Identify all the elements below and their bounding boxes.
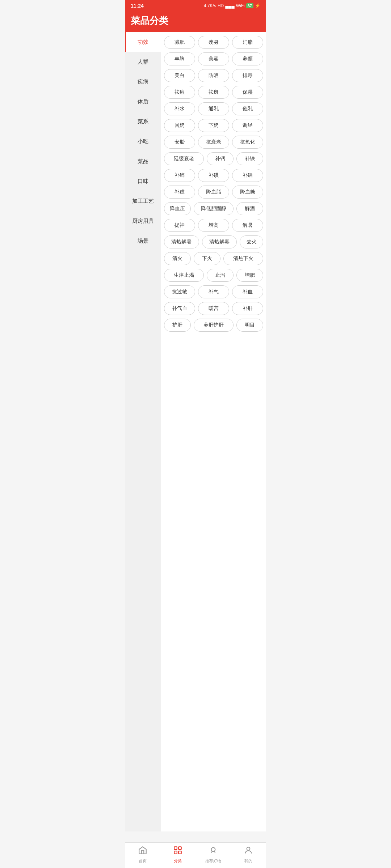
tag-降血糖[interactable]: 降血糖: [232, 186, 263, 199]
nav-item-mine[interactable]: 我的: [231, 846, 266, 864]
home-icon: [138, 846, 147, 857]
tag-补水[interactable]: 补水: [164, 102, 195, 115]
battery-charging-icon: ⚡: [255, 3, 260, 8]
sidebar-item-gonxiao[interactable]: 功效: [125, 32, 161, 52]
battery-badge: 87: [246, 3, 253, 8]
nav-item-recommend[interactable]: 推荐好物: [196, 846, 231, 864]
tags-row-13: 清火下火清热下火: [164, 252, 263, 265]
nav-label-home: 首页: [139, 858, 147, 864]
status-time: 11:24: [131, 3, 144, 9]
tag-催乳[interactable]: 催乳: [232, 102, 263, 115]
sidebar-item-chufang[interactable]: 厨房用具: [125, 211, 161, 231]
tag-美容[interactable]: 美容: [198, 52, 229, 65]
tags-row-3: 祛痘祛斑保湿: [164, 86, 263, 99]
tag-延缓衰老[interactable]: 延缓衰老: [164, 152, 204, 165]
tag-丰胸[interactable]: 丰胸: [164, 52, 195, 65]
tags-row-5: 回奶下奶调经: [164, 119, 263, 132]
tag-解暑[interactable]: 解暑: [232, 219, 263, 232]
tag-抗氧化[interactable]: 抗氧化: [232, 136, 263, 149]
tag-清热解暑[interactable]: 清热解暑: [164, 235, 199, 248]
svg-point-4: [211, 847, 215, 851]
tag-通乳[interactable]: 通乳: [198, 102, 229, 115]
nav-label-mine: 我的: [244, 858, 252, 864]
tag-去火[interactable]: 去火: [240, 235, 263, 248]
mine-icon: [244, 846, 253, 857]
svg-rect-0: [175, 847, 177, 850]
tag-补铁[interactable]: 补铁: [236, 152, 263, 165]
tag-补肝[interactable]: 补肝: [232, 302, 263, 315]
tag-增肥[interactable]: 增肥: [236, 269, 263, 282]
nav-item-home[interactable]: 首页: [125, 846, 160, 864]
sidebar-item-kouwei[interactable]: 口味: [125, 171, 161, 191]
tag-养肝护肝[interactable]: 养肝护肝: [194, 319, 234, 332]
sidebar-item-tizhi[interactable]: 体质: [125, 92, 161, 112]
tag-增高[interactable]: 增高: [198, 219, 229, 232]
tag-解酒[interactable]: 解酒: [236, 202, 263, 215]
status-bar: 11:24 4.7K/s HD ▄▄▄ WiFi 87 ⚡: [125, 0, 266, 11]
svg-rect-2: [175, 851, 177, 854]
tag-补硒[interactable]: 补硒: [232, 169, 263, 182]
tag-降低胆固醇[interactable]: 降低胆固醇: [194, 202, 234, 215]
tag-回奶[interactable]: 回奶: [164, 119, 195, 132]
svg-rect-3: [178, 851, 181, 854]
tag-养颜[interactable]: 养颜: [232, 52, 263, 65]
tag-下奶[interactable]: 下奶: [198, 119, 229, 132]
tag-瘦身[interactable]: 瘦身: [198, 36, 229, 49]
tag-清火[interactable]: 清火: [164, 252, 191, 265]
tags-row-1: 丰胸美容养颜: [164, 52, 263, 65]
tag-安胎[interactable]: 安胎: [164, 136, 195, 149]
tags-row-4: 补水通乳催乳: [164, 102, 263, 115]
tag-降血压[interactable]: 降血压: [164, 202, 191, 215]
tag-补气[interactable]: 补气: [198, 285, 229, 298]
tag-补钙[interactable]: 补钙: [207, 152, 234, 165]
tag-降血脂[interactable]: 降血脂: [198, 186, 229, 199]
tags-row-6: 安胎抗衰老抗氧化: [164, 136, 263, 149]
tag-清热下火[interactable]: 清热下火: [223, 252, 263, 265]
tag-补虚[interactable]: 补虚: [164, 186, 195, 199]
tag-补碘[interactable]: 补碘: [198, 169, 229, 182]
tag-美白[interactable]: 美白: [164, 69, 195, 82]
tag-补锌[interactable]: 补锌: [164, 169, 195, 182]
svg-point-5: [247, 847, 250, 850]
sidebar-item-renqun[interactable]: 人群: [125, 52, 161, 72]
tag-减肥[interactable]: 减肥: [164, 36, 195, 49]
tag-防晒[interactable]: 防晒: [198, 69, 229, 82]
sidebar-item-jibing[interactable]: 疾病: [125, 72, 161, 92]
tag-消脂[interactable]: 消脂: [232, 36, 263, 49]
wifi-icon: WiFi: [236, 3, 245, 8]
tag-生津止渴[interactable]: 生津止渴: [164, 269, 204, 282]
tags-row-10: 降血压降低胆固醇解酒: [164, 202, 263, 215]
main-content: 功效 人群 疾病 体质 菜系 小吃 菜品 口味 加工工艺 厨房用具 场景 减肥瘦…: [125, 32, 266, 831]
tag-补血[interactable]: 补血: [232, 285, 263, 298]
sidebar-item-caixi[interactable]: 菜系: [125, 112, 161, 132]
tag-祛痘[interactable]: 祛痘: [164, 86, 195, 99]
tag-清热解毒[interactable]: 清热解毒: [202, 235, 237, 248]
page-title: 菜品分类: [131, 14, 260, 27]
tag-抗过敏[interactable]: 抗过敏: [164, 285, 195, 298]
recommend-icon: [209, 846, 218, 857]
bottom-nav: 首页 分类 推荐好物 我的: [125, 842, 266, 868]
page-header: 菜品分类: [125, 11, 266, 32]
tag-下火[interactable]: 下火: [194, 252, 220, 265]
nav-label-recommend: 推荐好物: [205, 858, 221, 864]
tag-护肝[interactable]: 护肝: [164, 319, 191, 332]
tag-调经[interactable]: 调经: [232, 119, 263, 132]
nav-item-category[interactable]: 分类: [160, 846, 196, 864]
sidebar-item-caipin[interactable]: 菜品: [125, 152, 161, 171]
sidebar: 功效 人群 疾病 体质 菜系 小吃 菜品 口味 加工工艺 厨房用具 场景: [125, 32, 161, 831]
tag-保湿[interactable]: 保湿: [232, 86, 263, 99]
sidebar-item-jiagong[interactable]: 加工工艺: [125, 191, 161, 211]
sidebar-item-changjing[interactable]: 场景: [125, 231, 161, 251]
tag-补气血[interactable]: 补气血: [164, 302, 195, 315]
sidebar-item-xiaochi[interactable]: 小吃: [125, 132, 161, 152]
tag-抗衰老[interactable]: 抗衰老: [198, 136, 229, 149]
network-type-icon: HD: [218, 3, 224, 8]
tag-止泻[interactable]: 止泻: [207, 269, 234, 282]
tag-明目[interactable]: 明目: [236, 319, 263, 332]
tag-暖宫[interactable]: 暖宫: [198, 302, 229, 315]
tag-祛斑[interactable]: 祛斑: [198, 86, 229, 99]
tag-提神[interactable]: 提神: [164, 219, 195, 232]
tag-排毒[interactable]: 排毒: [232, 69, 263, 82]
tags-row-12: 清热解暑清热解毒去火: [164, 235, 263, 248]
tags-row-16: 补气血暖宫补肝: [164, 302, 263, 315]
